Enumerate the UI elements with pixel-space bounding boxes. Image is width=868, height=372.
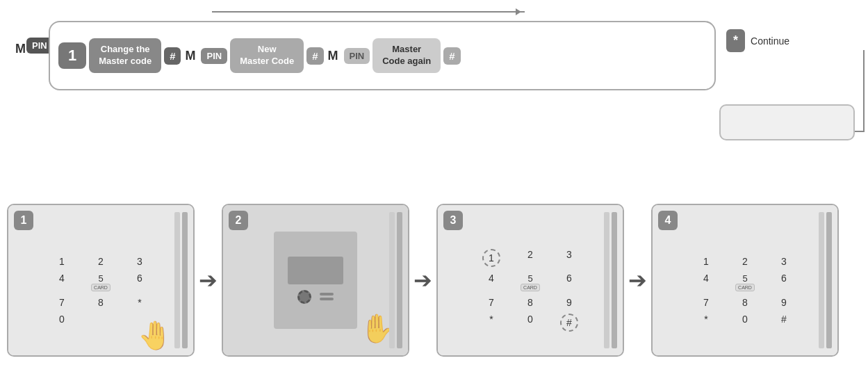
step1-text: Change the Master code [89,38,161,73]
step2-text: New Master Code [230,38,304,73]
key4-6: 6 [767,273,801,291]
key4-8: 8 [728,297,762,308]
continue-section: * Continue [726,29,789,52]
key-0: 0 [45,314,79,325]
panel-screen [288,257,343,284]
top-arrow-head [516,8,525,15]
key-empty [84,314,117,325]
m-label-start: M [15,42,26,56]
arrow-1-2: ➔ [199,267,218,293]
key3-0: 0 [514,314,547,332]
panel-switches [320,293,334,300]
key3-4: 4 [475,273,508,291]
arrow-3-4: ➔ [628,267,647,293]
keypad-3: 1 2 3 4 5 CARD 6 7 8 9 * 0 # [438,205,623,355]
step-num-2: 2 [229,211,248,230]
panel-controls [297,290,334,304]
flow-container: M PIN I 1 Change the Master code # M [7,7,862,156]
arrow-down [863,50,865,132]
key3-9: 9 [552,297,586,308]
key3-hash: # [552,314,586,332]
key3-8: 8 [514,297,547,308]
main-flow-box: 1 Change the Master code # M PIN New Mas… [49,21,716,90]
step-image-3: 3 1 2 3 4 5 CARD 6 7 8 9 * 0 [436,204,624,357]
panel-inner [274,232,357,329]
key3-7: 7 [475,297,508,308]
key4-hash: # [767,314,801,325]
side-bars-2 [389,205,402,355]
key4-5: 5 CARD [728,273,762,291]
circled-hash: # [560,314,578,332]
key3-star: * [475,314,508,332]
circled-1: 1 [482,249,500,267]
panel-knob [297,290,311,304]
key-3: 3 [123,256,156,267]
step3-text: Master Code again [372,38,441,73]
step-image-2: 2 🤚 [222,204,409,357]
key-star: * [123,297,156,308]
key4-9: 9 [767,297,801,308]
key4-star: * [689,314,723,325]
key4-2: 2 [728,256,762,267]
step1-block: 1 Change the Master code # [58,38,181,73]
key4-0: 0 [728,314,762,325]
complete-box [719,104,855,140]
key4-3: 3 [767,256,801,267]
step-num-1: 1 [14,211,33,230]
side-bars-1 [174,205,188,355]
key3-3: 3 [552,249,586,267]
step2-block: PIN New Master Code # [201,38,323,73]
side-bars-3 [604,205,617,355]
key3-5: 5 CARD [514,273,547,291]
step3-block: PIN Master Code again # [344,38,461,73]
key-2: 2 [84,256,117,267]
key-1: 1 [45,256,79,267]
keypad-4: 1 2 3 4 5 CARD 6 7 8 9 * 0 # [653,205,837,355]
key3-2: 2 [514,249,547,267]
flow-section: M PIN I 1 Change the Master code # M [7,7,862,156]
images-section: 1 1 2 3 4 5 CARD 6 7 8 * 0 🤚 [0,188,868,372]
key4-4: 4 [689,273,723,291]
key3-6: 6 [552,273,586,291]
key-8: 8 [84,297,117,308]
keypad-grid-3: 1 2 3 4 5 CARD 6 7 8 9 * 0 # [475,249,586,332]
step-num-3: 3 [443,211,463,230]
side-bars-4 [819,205,832,355]
hand-icon-1: 🤚 [138,319,172,352]
top-arrow-line [212,11,525,13]
step-image-1: 1 1 2 3 4 5 CARD 6 7 8 * 0 🤚 [7,204,195,357]
key-7: 7 [45,297,79,308]
key-5: 5 CARD [84,273,117,291]
step-image-4: 4 1 2 3 4 5 CARD 6 7 8 9 * 0 # [651,204,839,357]
key4-7: 7 [689,297,723,308]
key-4: 4 [45,273,79,291]
keypad-grid-1: 1 2 3 4 5 CARD 6 7 8 * 0 [45,256,156,325]
key4-1: 1 [689,256,723,267]
key-6: 6 [123,273,156,291]
key3-1: 1 [475,249,508,267]
arrow-2-3: ➔ [413,267,432,293]
keypad-grid-4: 1 2 3 4 5 CARD 6 7 8 9 * 0 # [689,256,801,325]
step-num-4: 4 [658,211,678,230]
